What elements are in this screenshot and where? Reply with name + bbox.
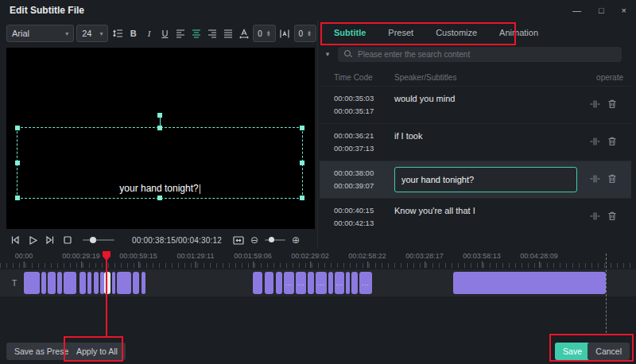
tab-subtitle[interactable]: Subtitle <box>334 28 366 37</box>
subtitle-block[interactable] <box>87 272 91 294</box>
apply-to-all-button[interactable]: Apply to All <box>68 343 126 360</box>
close-icon[interactable]: × <box>622 6 626 15</box>
subtitle-block[interactable] <box>24 272 40 294</box>
previous-frame-icon[interactable] <box>6 232 24 248</box>
stop-icon[interactable] <box>59 232 76 248</box>
subtitle-block[interactable] <box>112 272 115 294</box>
subtitle-edit-input[interactable] <box>401 175 570 184</box>
line-spacing-stepper[interactable]: 0 ▲▼ <box>294 25 317 42</box>
font-size-select[interactable]: 24 ▾ <box>76 25 108 42</box>
font-family-value: Arial <box>12 29 29 38</box>
subtitle-block[interactable] <box>308 272 314 294</box>
row-operations <box>590 161 631 184</box>
subtitle-block[interactable] <box>142 272 145 294</box>
italic-button[interactable]: I <box>142 25 156 41</box>
timeline-ruler[interactable]: 00:00 00:00:29:19 00:00:59:15 00:01:29:1… <box>0 250 636 268</box>
maximize-icon[interactable]: □ <box>599 6 604 15</box>
align-right-icon[interactable] <box>206 25 219 41</box>
delete-icon[interactable] <box>607 99 617 109</box>
resize-handle[interactable] <box>300 161 304 165</box>
underline-button[interactable]: U <box>158 25 172 41</box>
delete-icon[interactable] <box>607 136 617 146</box>
row-text[interactable]: Know you're all that I <box>394 199 582 215</box>
split-subtitle-icon[interactable] <box>590 174 600 184</box>
resize-handle[interactable] <box>15 161 20 165</box>
preview-subtitle-text[interactable]: your hand tonight? <box>17 183 302 194</box>
subtitle-block[interactable] <box>104 272 111 294</box>
tab-preset[interactable]: Preset <box>388 28 413 37</box>
subtitle-block[interactable] <box>253 272 262 294</box>
subtitle-block[interactable] <box>351 272 358 294</box>
subtitle-block[interactable] <box>328 272 333 294</box>
resize-handle[interactable] <box>15 126 20 130</box>
zoom-slider-thumb[interactable] <box>269 237 274 242</box>
row-text[interactable]: if I took <box>394 124 582 141</box>
fit-to-window-icon[interactable] <box>230 232 247 248</box>
resize-handle[interactable] <box>15 196 20 200</box>
subtitle-block[interactable] <box>276 272 282 294</box>
video-preview[interactable]: your hand tonight? <box>6 48 315 229</box>
subtitle-block[interactable]: ... <box>335 272 344 294</box>
subtitle-block[interactable] <box>265 272 273 294</box>
search-box[interactable] <box>338 47 622 62</box>
subtitle-block[interactable]: ... <box>359 272 372 294</box>
volume-slider[interactable] <box>83 239 114 241</box>
subtitle-row[interactable]: 00:00:36:21 00:00:37:13 if I took <box>320 123 631 161</box>
row-text[interactable]: would you mind <box>394 87 582 103</box>
line-spacing-icon[interactable] <box>111 25 124 41</box>
subtitle-block[interactable] <box>117 272 131 294</box>
timeline-zoom-slider[interactable] <box>265 239 285 241</box>
resize-handle[interactable] <box>300 196 304 200</box>
justify-icon[interactable] <box>221 25 235 41</box>
subtitle-block[interactable]: ... <box>316 272 327 294</box>
subtitle-block[interactable] <box>346 272 350 294</box>
next-frame-icon[interactable] <box>41 232 59 248</box>
letter-width-icon[interactable] <box>278 25 292 41</box>
split-subtitle-icon[interactable] <box>590 99 600 109</box>
save-button[interactable]: Save <box>555 343 590 360</box>
subtitle-block[interactable]: ... <box>296 272 306 294</box>
tab-customize[interactable]: Customize <box>436 28 477 37</box>
delete-icon[interactable] <box>607 173 617 184</box>
stepper-arrows-icon[interactable]: ▲▼ <box>307 30 312 37</box>
resize-handle[interactable] <box>157 196 162 200</box>
align-left-icon[interactable] <box>174 25 188 41</box>
split-subtitle-icon[interactable] <box>590 211 600 221</box>
subtitle-row[interactable]: 00:00:35:03 00:00:35:17 would you mind <box>320 86 631 123</box>
tab-animation[interactable]: Animation <box>499 28 538 37</box>
text-cursor <box>200 184 200 194</box>
collapse-chevron-icon[interactable]: ▾ <box>323 50 332 58</box>
char-spacing-icon[interactable] <box>237 25 250 41</box>
subtitle-row[interactable]: 00:00:40:15 00:00:42:13 Know you're all … <box>320 198 631 235</box>
resize-handle[interactable] <box>157 126 162 130</box>
subtitle-block[interactable] <box>41 272 46 294</box>
subtitle-block[interactable] <box>133 272 139 294</box>
zoom-out-icon[interactable]: ⊖ <box>247 234 262 246</box>
split-subtitle-icon[interactable] <box>590 137 600 146</box>
char-spacing-stepper[interactable]: 0 ▲▼ <box>253 25 276 42</box>
rotate-handle[interactable] <box>157 113 162 118</box>
bold-button[interactable]: B <box>126 25 140 41</box>
subtitle-row-selected[interactable]: 00:00:38:00 00:00:39:07 <box>320 161 631 198</box>
subtitle-block[interactable] <box>94 272 99 294</box>
minimize-icon[interactable]: — <box>572 6 581 15</box>
subtitle-block[interactable] <box>57 272 62 294</box>
align-center-icon[interactable] <box>190 25 204 41</box>
subtitle-block[interactable]: ... <box>284 272 294 294</box>
search-input[interactable] <box>358 50 615 59</box>
play-icon[interactable] <box>24 232 41 248</box>
resize-handle[interactable] <box>300 126 304 130</box>
font-family-select[interactable]: Arial ▾ <box>6 25 74 42</box>
volume-slider-thumb[interactable] <box>90 237 96 243</box>
playhead[interactable] <box>103 251 111 261</box>
subtitle-selection-box[interactable]: your hand tonight? <box>17 127 303 199</box>
subtitle-edit-field[interactable] <box>394 167 577 192</box>
subtitle-block[interactable] <box>48 272 56 294</box>
stepper-arrows-icon[interactable]: ▲▼ <box>266 30 271 37</box>
subtitle-block[interactable] <box>453 272 606 294</box>
subtitle-block[interactable] <box>64 272 76 294</box>
zoom-in-icon[interactable]: ⊕ <box>289 234 303 246</box>
cancel-button[interactable]: Cancel <box>588 343 630 360</box>
subtitle-block[interactable] <box>80 272 86 294</box>
delete-icon[interactable] <box>607 211 617 221</box>
